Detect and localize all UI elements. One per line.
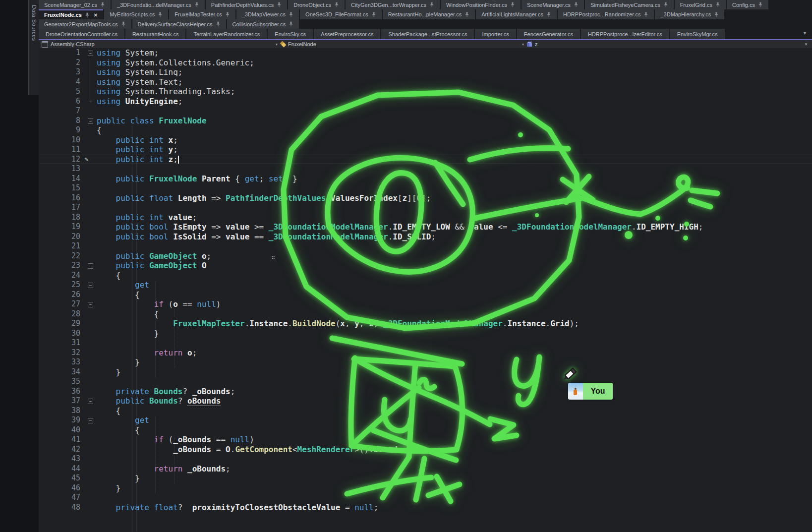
code-line[interactable]: 33 } <box>40 357 812 367</box>
tab[interactable]: FruxelGrid.cs <box>675 0 726 9</box>
code-line[interactable]: 12✎ public int z; <box>40 155 812 165</box>
code-line[interactable]: 32 return o; <box>40 348 812 358</box>
code-line[interactable]: 17 <box>40 203 812 213</box>
code-line[interactable]: 20 public bool IsSolid => value == _3DFo… <box>40 232 812 242</box>
breadcrumb-project[interactable]: Assembly-CSharp <box>51 41 95 47</box>
fold-marker-icon[interactable]: − <box>88 263 93 269</box>
breadcrumb-type[interactable]: FruxelNode <box>288 41 316 47</box>
code-line[interactable]: 40 { <box>40 425 812 435</box>
code-line[interactable]: 36 private Bounds? _oBounds; <box>40 387 812 397</box>
close-icon[interactable]: ✕ <box>93 12 98 18</box>
tab[interactable]: EnviroSkyMgr.cs <box>670 29 725 39</box>
code-line[interactable]: 10 public int x; <box>40 135 812 145</box>
tab[interactable]: _3DMapHierarchy.cs <box>655 9 724 19</box>
pin-icon[interactable] <box>121 21 126 27</box>
chevron-down-icon[interactable]: ▾ <box>273 42 281 47</box>
pin-icon[interactable] <box>574 2 579 7</box>
code-line[interactable]: 3using System.Linq; <box>40 67 812 77</box>
tab[interactable]: FencesGenerator.cs <box>517 29 580 39</box>
tab[interactable]: RestaurantHook.cs <box>125 29 186 39</box>
fold-marker-icon[interactable]: − <box>88 118 93 124</box>
code-line[interactable]: 6using UnityEngine; <box>40 97 812 107</box>
tab[interactable]: _3DMapViewer.cs <box>236 9 299 19</box>
tab[interactable]: WindowPositionFinder.cs <box>441 0 521 9</box>
fold-marker-icon[interactable]: − <box>88 302 93 307</box>
tab[interactable]: SimulatedFisheyeCamera.cs <box>585 0 674 9</box>
pin-icon[interactable] <box>546 12 551 17</box>
code-line[interactable]: 43 <box>40 454 812 464</box>
code-editor[interactable]: 1−using System;2using System.Collections… <box>40 48 812 532</box>
tab[interactable]: Config.cs <box>727 0 768 9</box>
pin-icon[interactable] <box>643 12 648 17</box>
pin-icon[interactable] <box>510 2 515 7</box>
code-line[interactable]: 29 FruxelMapTester.Instance.BuildNode(x,… <box>40 319 812 329</box>
code-line[interactable]: 11 public int y; <box>40 145 812 155</box>
pin-icon[interactable] <box>714 12 719 17</box>
code-line[interactable]: 14 public FruxelNode Parent { get; set; … <box>40 174 812 184</box>
tab[interactable]: CityGen3DGen...torWrapper.cs <box>346 0 440 9</box>
tab[interactable]: SceneManager.cs <box>522 0 584 9</box>
code-line[interactable]: 42 _oBounds = O.GetComponent<MeshRendere… <box>40 445 812 455</box>
code-line[interactable]: 39− get <box>40 415 812 425</box>
tab[interactable]: ShaderPackage...stProcessor.cs <box>381 29 474 39</box>
code-line[interactable]: 47 <box>40 493 812 503</box>
fold-marker-icon[interactable]: − <box>88 283 93 288</box>
pin-icon[interactable] <box>334 2 339 7</box>
tab[interactable]: OneSec3D_FileFormat.cs <box>300 9 382 19</box>
pin-icon[interactable] <box>158 12 163 17</box>
code-line[interactable]: 13 <box>40 164 812 174</box>
code-line[interactable]: 2using System.Collections.Generic; <box>40 58 812 68</box>
code-line[interactable]: 21 <box>40 241 812 251</box>
code-line[interactable]: 37− public Bounds? oBounds <box>40 396 812 406</box>
code-line[interactable]: 25− get <box>40 280 812 290</box>
tab-overflow-icon[interactable]: ▼ <box>803 29 812 39</box>
code-line[interactable]: 34 } <box>40 367 812 377</box>
tab[interactable]: FruxelMapTester.cs <box>169 9 235 19</box>
tab[interactable]: DroneOrientationController.cs <box>39 29 124 39</box>
tab[interactable]: DeliverySurfaceClassHelper.cs <box>132 19 226 29</box>
breadcrumb-member[interactable]: z <box>535 41 538 47</box>
code-line[interactable]: 23− public GameObject O <box>40 261 812 271</box>
code-line[interactable]: 28 { <box>40 309 812 319</box>
pin-icon[interactable] <box>663 2 668 7</box>
tab[interactable]: RestaurantHo...pleManager.cs <box>383 9 475 19</box>
pin-icon[interactable] <box>371 12 376 17</box>
tab[interactable]: EnviroSky.cs <box>268 29 313 39</box>
code-line[interactable]: 5using System.Threading.Tasks; <box>40 87 812 97</box>
pin-icon[interactable] <box>85 12 90 18</box>
pin-icon[interactable] <box>289 21 293 27</box>
pin-icon[interactable] <box>100 2 105 7</box>
code-line[interactable]: 30 } <box>40 329 812 339</box>
code-line[interactable]: 35 <box>40 377 812 387</box>
code-line[interactable]: 41 if (_oBounds == null) <box>40 435 812 445</box>
chevron-down-icon[interactable]: ▼ <box>801 42 812 47</box>
tab[interactable]: HDRPPostproce...izerEditor.cs <box>581 29 669 39</box>
code-line[interactable]: 4using System.Text; <box>40 77 812 87</box>
tab[interactable]: _3DFoundatio...delManager.cs <box>112 0 205 9</box>
pin-icon[interactable] <box>194 2 199 7</box>
code-line[interactable]: 27− if (o == null) <box>40 299 812 309</box>
code-line[interactable]: 24 { <box>40 271 812 281</box>
fold-marker-icon[interactable]: − <box>88 399 93 404</box>
code-line[interactable]: 8−public class FruxelNode <box>40 116 812 126</box>
tab-active[interactable]: FruxelNode.cs✕ <box>39 9 103 19</box>
pin-icon[interactable] <box>429 2 434 7</box>
tab[interactable]: SceneManager_02.cs <box>39 0 111 9</box>
code-line[interactable]: 38 { <box>40 406 812 416</box>
tab[interactable]: DroneObject.cs <box>288 0 345 9</box>
tab[interactable]: MyEditorScripts.cs <box>104 9 168 19</box>
code-line[interactable]: 31 <box>40 338 812 348</box>
chevron-down-icon[interactable]: ▾ <box>519 42 527 47</box>
code-line[interactable]: 9{ <box>40 125 812 135</box>
code-line[interactable]: 1−using System; <box>40 48 812 58</box>
code-line[interactable]: 48 private float? proximityToClosestObst… <box>40 503 812 513</box>
code-line[interactable]: 19 public bool IsEmpty => value >= _3DFo… <box>40 222 812 232</box>
code-line[interactable]: 7 <box>40 106 812 116</box>
code-line[interactable]: 22 public GameObject o; <box>40 251 812 261</box>
tab[interactable]: Importer.cs <box>475 29 516 39</box>
code-line[interactable]: 16 public float Length => PathfinderDept… <box>40 193 812 203</box>
tab[interactable]: TerrainLayerRandomizer.cs <box>186 29 267 39</box>
tab[interactable]: AssetPreprocessor.cs <box>314 29 380 39</box>
fold-marker-icon[interactable]: − <box>88 418 93 423</box>
pin-icon[interactable] <box>216 21 221 27</box>
